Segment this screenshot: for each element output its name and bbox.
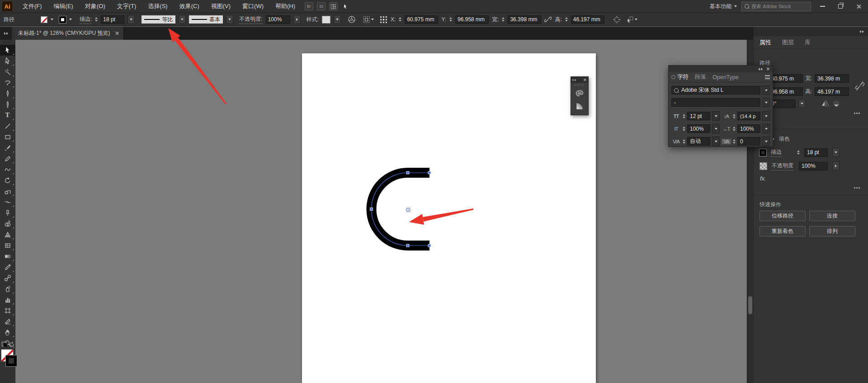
opacity-expand[interactable] (293, 15, 301, 24)
brush-chevron[interactable] (226, 15, 233, 24)
eyedropper-tool[interactable] (0, 262, 15, 273)
paintbrush-tool[interactable] (0, 142, 15, 153)
bridge-icon[interactable]: Br (305, 2, 313, 10)
collapse-icon[interactable] (758, 68, 762, 71)
angle-chevron[interactable] (798, 99, 806, 108)
pencil-tool[interactable] (0, 153, 15, 164)
direct-selection-tool[interactable] (0, 56, 15, 66)
profile-chevron[interactable] (179, 15, 186, 24)
arrange-documents-icon[interactable] (329, 2, 338, 10)
stroke-profile-dropdown[interactable]: 等比 (142, 15, 175, 24)
artboard[interactable] (302, 53, 596, 383)
close-document-icon[interactable] (115, 31, 119, 35)
effects-fx-button[interactable]: fx. (760, 175, 766, 182)
slice-tool[interactable] (0, 316, 15, 327)
y-value[interactable]: 96.958 mm (455, 15, 489, 24)
stroke-weight-label[interactable]: 描边: (80, 15, 92, 24)
reference-point-icon[interactable] (380, 16, 387, 24)
column-graph-tool[interactable] (0, 294, 15, 305)
menu-item-0[interactable]: 文件(F) (17, 0, 48, 13)
select-similar-options[interactable] (627, 16, 637, 23)
color-panel-icon[interactable] (571, 87, 588, 100)
curvature-tool[interactable] (0, 99, 15, 110)
width-stepper[interactable] (502, 17, 505, 22)
mini-panel-grip[interactable] (574, 84, 585, 86)
vscale-field[interactable]: 100% (687, 124, 710, 133)
expand-panel-icon[interactable] (572, 79, 576, 81)
quick-action-2[interactable]: 重新着色 (760, 226, 806, 236)
flip-vertical-icon[interactable] (833, 100, 840, 107)
swap-fill-stroke-icon[interactable] (9, 342, 14, 347)
stroke-label[interactable]: 描边 (771, 148, 782, 157)
workspace-switcher[interactable]: 基本功能 (710, 3, 737, 10)
x-stepper[interactable] (399, 17, 401, 22)
recolor-artwork-icon[interactable] (348, 15, 356, 24)
magic-wand-tool[interactable] (0, 66, 15, 77)
menu-item-1[interactable]: 编辑(E) (48, 0, 79, 13)
flip-horizontal-icon[interactable] (821, 100, 830, 107)
style-swatch[interactable] (322, 16, 330, 24)
toolbar-collapse-control[interactable] (0, 32, 12, 35)
stock-search-input[interactable]: 搜索 Adobe Stock (741, 2, 811, 11)
stroke-chevron-icon[interactable] (69, 19, 72, 20)
stroke-swatch-small[interactable] (760, 149, 766, 156)
pen-tool[interactable] (0, 88, 15, 99)
leading-field[interactable]: (14.4 p (737, 112, 760, 120)
character-tab-0[interactable]: 字符 (671, 73, 689, 81)
menu-item-6[interactable]: 视图(V) (205, 0, 236, 13)
transform-options-icon[interactable] (613, 16, 621, 24)
stroke-weight-stepper[interactable] (95, 17, 98, 22)
rotate-tool[interactable] (0, 175, 15, 186)
opacity-label[interactable]: 不透明度 (772, 162, 793, 170)
character-panel-header[interactable] (669, 66, 773, 72)
opacity-field[interactable]: 100% (799, 162, 828, 170)
rectangle-tool[interactable] (0, 132, 15, 142)
kerning-chevron[interactable] (712, 137, 720, 146)
dock-tab-1[interactable]: 图层 (782, 38, 794, 47)
x-value[interactable]: 60.975 mm (405, 15, 438, 24)
close-button[interactable] (852, 1, 865, 11)
kerning-stepper[interactable] (683, 139, 685, 144)
fill-color-swatch[interactable] (41, 16, 47, 23)
artboard-tool[interactable] (0, 305, 15, 316)
scrollbar-thumb[interactable] (748, 296, 752, 314)
y-field[interactable]: 96.958 m (769, 87, 803, 96)
stock-icon[interactable]: St (317, 2, 326, 10)
font-size-stepper[interactable] (683, 114, 685, 118)
quick-action-1[interactable]: 连接 (809, 211, 855, 221)
width-field[interactable]: 36.398 m (815, 74, 849, 83)
collapse-dock-icon[interactable] (860, 30, 864, 33)
stroke-weight-value[interactable]: 18 pt (101, 15, 124, 24)
hscale-chevron[interactable] (762, 124, 770, 133)
stroke-chevron2[interactable] (832, 148, 840, 157)
align-options[interactable] (363, 16, 374, 24)
tracking-field[interactable]: 0 (737, 137, 760, 146)
minimize-button[interactable] (816, 1, 829, 11)
mesh-tool[interactable] (0, 240, 15, 251)
dock-tab-0[interactable]: 属性 (760, 38, 771, 47)
width-value[interactable]: 36.398 mm (508, 15, 541, 24)
menu-item-7[interactable]: 窗口(W) (236, 0, 269, 13)
line-segment-tool[interactable] (0, 121, 15, 132)
close-panel-icon[interactable] (583, 78, 586, 81)
vscale-stepper[interactable] (683, 127, 685, 131)
opacity-label[interactable]: 不透明度: (239, 15, 262, 24)
transform-more-options[interactable] (854, 113, 860, 114)
stroke-stepper[interactable] (797, 150, 800, 155)
menu-item-2[interactable]: 对象(O) (79, 0, 111, 13)
perspective-grid-tool[interactable] (0, 229, 15, 240)
document-tab[interactable]: 未标题-1* @ 126% (CMYK/GPU 预览) (12, 27, 124, 40)
hscale-stepper[interactable] (733, 127, 736, 131)
width-tool[interactable] (0, 197, 15, 208)
shape-builder-tool[interactable] (0, 218, 15, 229)
hand-tool[interactable] (0, 327, 15, 338)
shaper-tool[interactable] (0, 164, 15, 175)
leading-stepper[interactable] (733, 114, 736, 118)
share-cursor-icon[interactable] (341, 3, 349, 10)
tools-grip[interactable] (3, 41, 12, 44)
menu-item-4[interactable]: 选择(S) (142, 0, 173, 13)
font-style-field[interactable]: - (671, 98, 760, 107)
y-stepper[interactable] (449, 17, 452, 22)
font-family-field[interactable]: Adobe 宋体 Std L (671, 86, 760, 95)
appearance-more-options[interactable] (854, 187, 860, 189)
